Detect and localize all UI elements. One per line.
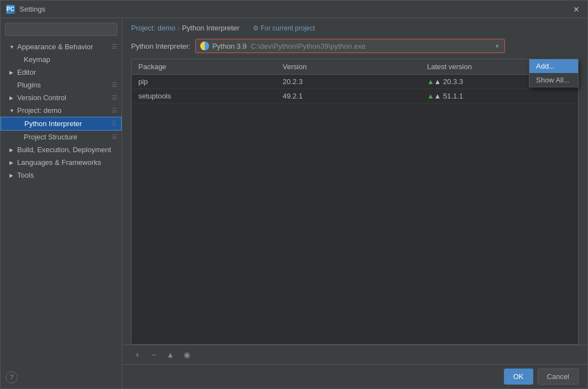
- settings-window: PC Settings ✕ ▼ Appearance & Behavior ☰ …: [0, 0, 588, 389]
- page-icon: ☰: [112, 94, 117, 101]
- remove-package-button[interactable]: −: [148, 349, 160, 361]
- sidebar-item-label: Build, Execution, Deployment: [17, 146, 111, 154]
- breadcrumb-current: Python Interpreter: [182, 24, 240, 32]
- table-toolbar: + − ▲ ◉: [122, 345, 587, 364]
- sidebar-item-python-interpreter[interactable]: Python Interpreter ☰: [1, 117, 122, 131]
- sidebar-item-keymap[interactable]: Keymap: [1, 53, 122, 66]
- col-version: Version: [283, 63, 427, 71]
- sidebar-item-version-control[interactable]: ▶ Version Control ☰: [1, 91, 122, 104]
- breadcrumb: Project: demo › Python Interpreter ⚙ For…: [122, 18, 587, 32]
- arrow-icon: ▼: [9, 108, 15, 113]
- interpreter-selector[interactable]: Python 3.9 C:\dev\Python\Python39\python…: [195, 39, 505, 53]
- cell-version-pip: 20.2.3: [283, 77, 427, 86]
- cell-package-setuptools: setuptools: [138, 92, 283, 100]
- arrow-icon: ▶: [9, 95, 15, 101]
- arrow-icon: ▶: [9, 160, 15, 165]
- main-panel: Project: demo › Python Interpreter ⚙ For…: [122, 18, 587, 388]
- sidebar-item-project-demo[interactable]: ▼ Project: demo ☰: [1, 104, 122, 117]
- sidebar-item-label: Version Control: [17, 94, 66, 102]
- page-icon: ☰: [112, 43, 117, 50]
- breadcrumb-separator: ›: [178, 25, 180, 32]
- sidebar-item-project-structure[interactable]: Project Structure ☰: [1, 131, 122, 143]
- arrow-icon: ▶: [9, 173, 15, 178]
- ok-button[interactable]: OK: [504, 369, 533, 385]
- interpreter-value: Python 3.9 C:\dev\Python\Python39\python…: [212, 42, 492, 50]
- table-row[interactable]: pip 20.2.3 ▲ ▲ 20.3.3: [132, 75, 578, 89]
- window-title: Settings: [19, 5, 571, 13]
- interpreter-row: Python Interpreter: Python 3.9 C:\dev\Py…: [122, 32, 587, 59]
- dropdown-arrow-icon: ▼: [495, 43, 500, 49]
- sidebar-item-label: Appearance & Behavior: [17, 43, 93, 51]
- add-dropdown-add[interactable]: Add...: [529, 59, 578, 73]
- sidebar-item-label: Plugins: [17, 81, 41, 89]
- table-body: pip 20.2.3 ▲ ▲ 20.3.3 setuptools 49.2.1 …: [132, 75, 578, 344]
- table-header: Package Version Latest version: [132, 59, 578, 75]
- sidebar-item-editor[interactable]: ▶ Editor: [1, 66, 122, 79]
- sidebar-item-label: Python Interpreter: [24, 120, 82, 128]
- page-icon: ☰: [112, 81, 117, 89]
- python-icon: [200, 42, 209, 50]
- add-package-button[interactable]: +: [131, 349, 143, 361]
- for-current-project[interactable]: ⚙ For current project: [253, 24, 315, 32]
- sidebar-item-label: Project: demo: [17, 106, 61, 115]
- sidebar-item-label: Tools: [17, 171, 34, 179]
- add-dropdown-show-all[interactable]: Show All...: [529, 73, 578, 87]
- footer: OK Cancel: [122, 364, 587, 388]
- sidebar-item-label: Languages & Frameworks: [17, 158, 101, 167]
- page-icon: ☰: [112, 133, 117, 141]
- cell-latest-setuptools: ▲ ▲ 51.1.1: [427, 92, 571, 100]
- inspect-package-button[interactable]: ◉: [181, 349, 193, 361]
- upgrade-package-button[interactable]: ▲: [164, 349, 176, 361]
- sidebar-item-label: Project Structure: [24, 133, 77, 141]
- sidebar-item-label: Editor: [17, 68, 36, 76]
- sidebar-item-label: Keymap: [24, 55, 50, 64]
- arrow-icon: ▶: [9, 70, 15, 75]
- sidebar-item-build-execution[interactable]: ▶ Build, Execution, Deployment: [1, 143, 122, 156]
- col-package: Package: [138, 63, 283, 71]
- sidebar-item-plugins[interactable]: Plugins ☰: [1, 79, 122, 91]
- titlebar: PC Settings ✕: [1, 1, 587, 18]
- content-area: ▼ Appearance & Behavior ☰ Keymap ▶ Edito…: [1, 18, 587, 388]
- cancel-button[interactable]: Cancel: [538, 369, 579, 385]
- arrow-icon: ▼: [9, 44, 15, 50]
- cell-version-setuptools: 49.2.1: [283, 92, 427, 100]
- table-row[interactable]: setuptools 49.2.1 ▲ ▲ 51.1.1: [132, 89, 578, 103]
- interpreter-label: Python Interpreter:: [131, 42, 191, 50]
- search-input[interactable]: [5, 23, 117, 36]
- sidebar-item-tools[interactable]: ▶ Tools: [1, 169, 122, 181]
- package-table: Package Version Latest version pip 20.2.…: [131, 59, 579, 345]
- sidebar-item-appearance[interactable]: ▼ Appearance & Behavior ☰: [1, 40, 122, 53]
- page-icon: ☰: [112, 107, 117, 114]
- sidebar-item-languages[interactable]: ▶ Languages & Frameworks: [1, 156, 122, 169]
- add-dropdown-menu: Add... Show All...: [529, 59, 579, 87]
- arrow-icon: ▶: [9, 147, 15, 153]
- page-icon: ☰: [111, 120, 117, 127]
- sidebar: ▼ Appearance & Behavior ☰ Keymap ▶ Edito…: [1, 18, 122, 388]
- breadcrumb-project[interactable]: Project: demo: [131, 24, 175, 32]
- close-button[interactable]: ✕: [571, 4, 582, 15]
- app-icon: PC: [6, 5, 15, 14]
- help-button[interactable]: ?: [6, 371, 18, 383]
- interpreter-path: C:\dev\Python\Python39\python.exe: [251, 42, 365, 50]
- cell-package-pip: pip: [138, 77, 283, 86]
